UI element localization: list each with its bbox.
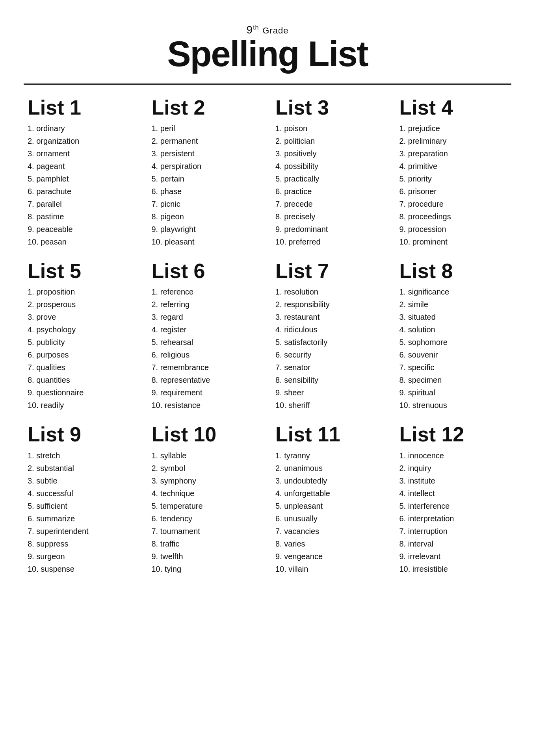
list-section-10: List 101. syllable2. symbol3. symphony4.… <box>148 423 264 575</box>
list-item: 5. publicity <box>28 336 136 348</box>
list-item: 5. sufficient <box>28 500 136 512</box>
list-item: 8. interval <box>399 537 508 550</box>
list-item: 4. possibility <box>275 160 384 172</box>
list-section-12: List 121. innocence2. inquiry3. institut… <box>396 423 512 575</box>
list-item: 9. procession <box>399 223 508 235</box>
list-item: 6. prisoner <box>399 185 508 198</box>
list-item: 3. preparation <box>399 147 508 160</box>
list-item: 9. spiritual <box>399 386 508 399</box>
list-item: 1. proposition <box>28 285 136 298</box>
list-item: 1. innocence <box>399 449 508 462</box>
list-item: 6. summarize <box>28 512 136 525</box>
list-item: 1. peril <box>152 122 260 135</box>
list-item: 9. vengeance <box>275 550 384 563</box>
list-item: 5. pertain <box>152 172 260 185</box>
list-item: 8. pigeon <box>152 210 260 223</box>
list-item: 5. temperature <box>152 500 260 512</box>
list-item: 10. peasan <box>28 235 136 248</box>
list-item: 1. resolution <box>275 285 384 298</box>
list-item: 3. institute <box>399 474 508 487</box>
list-item: 7. picnic <box>152 198 260 210</box>
list-items-6: 1. reference2. referring3. regard4. regi… <box>152 285 260 411</box>
list-item: 10. villain <box>275 563 384 575</box>
list-title-6: List 6 <box>152 260 260 282</box>
header-divider <box>24 83 511 85</box>
list-item: 3. undoubtedly <box>275 474 384 487</box>
list-item: 10. strenuous <box>399 399 508 411</box>
list-item: 8. proceedings <box>399 210 508 223</box>
list-item: 3. symphony <box>152 474 260 487</box>
list-item: 10. readily <box>28 399 136 411</box>
list-item: 4. perspiration <box>152 160 260 172</box>
list-item: 5. rehearsal <box>152 336 260 348</box>
list-item: 2. responsibility <box>275 298 384 311</box>
list-item: 8. precisely <box>275 210 384 223</box>
list-section-1: List 11. ordinary2. organization3. ornam… <box>24 96 140 248</box>
list-item: 7. precede <box>275 198 384 210</box>
list-item: 7. parallel <box>28 198 136 210</box>
list-item: 4. solution <box>399 323 508 336</box>
list-items-2: 1. peril2. permanent3. persistent4. pers… <box>152 122 260 248</box>
list-item: 6. tendency <box>152 512 260 525</box>
list-item: 2. substantial <box>28 462 136 474</box>
list-item: 3. subtle <box>28 474 136 487</box>
list-item: 1. reference <box>152 285 260 298</box>
list-item: 9. predominant <box>275 223 384 235</box>
list-item: 1. stretch <box>28 449 136 462</box>
list-item: 1. significance <box>399 285 508 298</box>
list-item: 8. suppress <box>28 537 136 550</box>
list-item: 8. representative <box>152 374 260 386</box>
list-item: 9. surgeon <box>28 550 136 563</box>
list-item: 8. varies <box>275 537 384 550</box>
list-item: 9. questionnaire <box>28 386 136 399</box>
list-items-7: 1. resolution2. responsibility3. restaur… <box>275 285 384 411</box>
list-title-10: List 10 <box>152 423 260 446</box>
page-header: 9th Grade Spelling List <box>24 16 511 76</box>
list-item: 10. suspense <box>28 563 136 575</box>
list-item: 7. superintendent <box>28 525 136 537</box>
list-item: 7. senator <box>275 361 384 374</box>
list-item: 10. prominent <box>399 235 508 248</box>
list-item: 10. preferred <box>275 235 384 248</box>
grade-sup: th <box>253 24 259 31</box>
list-item: 10. tying <box>152 563 260 575</box>
list-item: 6. parachute <box>28 185 136 198</box>
list-item: 2. simile <box>399 298 508 311</box>
list-item: 1. syllable <box>152 449 260 462</box>
list-section-6: List 61. reference2. referring3. regard4… <box>148 260 264 411</box>
list-title-1: List 1 <box>28 96 136 119</box>
list-item: 6. souvenir <box>399 348 508 361</box>
list-item: 5. unpleasant <box>275 500 384 512</box>
list-title-4: List 4 <box>399 96 508 119</box>
list-section-5: List 51. proposition2. prosperous3. prov… <box>24 260 140 411</box>
list-item: 9. playwright <box>152 223 260 235</box>
list-item: 10. irresistible <box>399 563 508 575</box>
list-item: 2. unanimous <box>275 462 384 474</box>
list-items-3: 1. poison2. politician3. positively4. po… <box>275 122 384 248</box>
list-item: 3. prove <box>28 311 136 323</box>
list-item: 6. phase <box>152 185 260 198</box>
list-items-1: 1. ordinary2. organization3. ornament4. … <box>28 122 136 248</box>
lists-grid: List 11. ordinary2. organization3. ornam… <box>24 96 511 575</box>
list-item: 9. irrelevant <box>399 550 508 563</box>
list-item: 7. qualities <box>28 361 136 374</box>
list-item: 5. satisfactorily <box>275 336 384 348</box>
list-item: 5. practically <box>275 172 384 185</box>
list-item: 1. tyranny <box>275 449 384 462</box>
list-item: 8. pastime <box>28 210 136 223</box>
list-items-8: 1. significance2. simile3. situated4. so… <box>399 285 508 411</box>
list-item: 2. permanent <box>152 135 260 147</box>
list-item: 4. pageant <box>28 160 136 172</box>
list-item: 4. psychology <box>28 323 136 336</box>
list-item: 6. security <box>275 348 384 361</box>
list-item: 5. interference <box>399 500 508 512</box>
list-item: 1. prejudice <box>399 122 508 135</box>
list-item: 9. peaceable <box>28 223 136 235</box>
list-item: 8. traffic <box>152 537 260 550</box>
list-item: 2. referring <box>152 298 260 311</box>
list-item: 3. situated <box>399 311 508 323</box>
list-item: 7. procedure <box>399 198 508 210</box>
list-item: 2. organization <box>28 135 136 147</box>
list-item: 5. sophomore <box>399 336 508 348</box>
list-item: 2. politician <box>275 135 384 147</box>
